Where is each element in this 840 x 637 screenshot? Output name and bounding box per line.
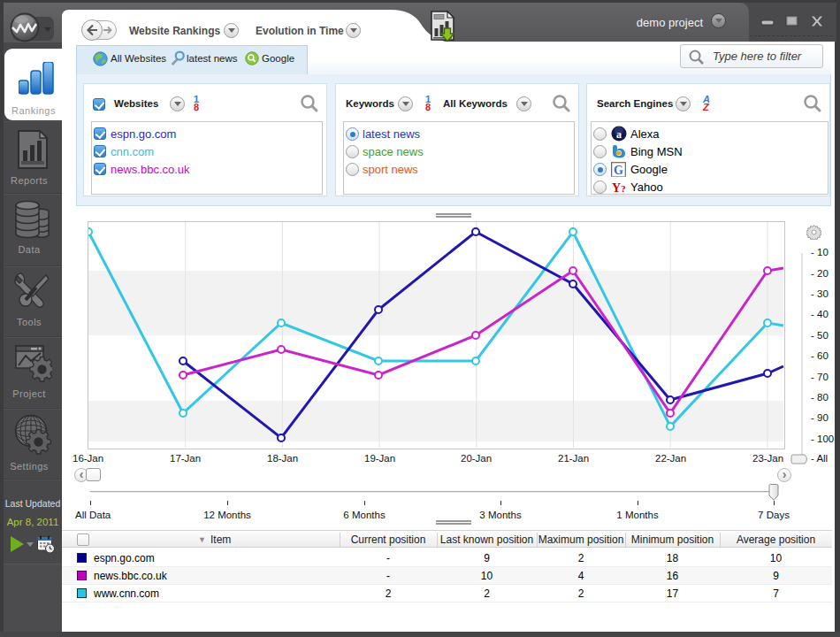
svg-text:?: ? (621, 183, 626, 194)
svg-text:Y: Y (612, 181, 621, 195)
svg-text:G: G (614, 164, 623, 177)
svg-text:a: a (616, 128, 622, 141)
